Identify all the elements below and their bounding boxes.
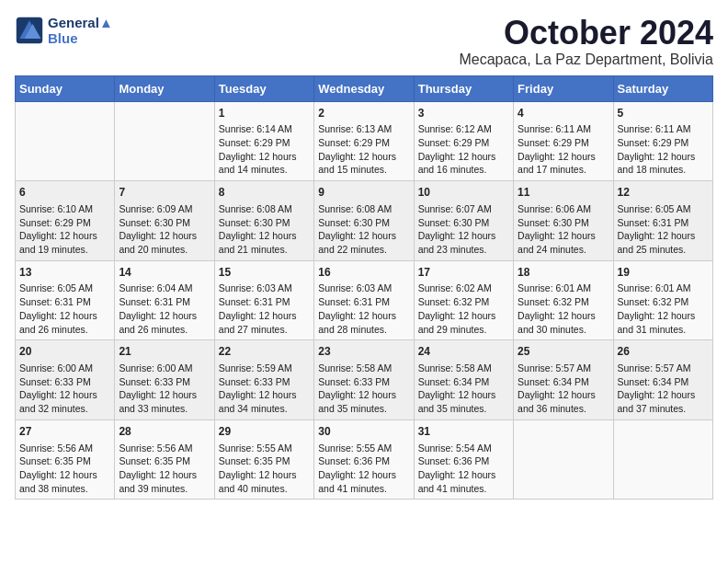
day-info: Sunrise: 6:04 AM Sunset: 6:31 PM Dayligh…	[119, 282, 210, 336]
calendar-day-cell: 13Sunrise: 6:05 AM Sunset: 6:31 PM Dayli…	[16, 260, 115, 340]
day-number: 6	[19, 185, 110, 201]
calendar-day-cell: 17Sunrise: 6:02 AM Sunset: 6:32 PM Dayli…	[414, 260, 513, 340]
day-info: Sunrise: 6:03 AM Sunset: 6:31 PM Dayligh…	[318, 282, 409, 336]
day-info: Sunrise: 5:56 AM Sunset: 6:35 PM Dayligh…	[19, 442, 110, 496]
calendar-day-cell: 2Sunrise: 6:13 AM Sunset: 6:29 PM Daylig…	[314, 101, 414, 181]
calendar-day-cell: 29Sunrise: 5:55 AM Sunset: 6:35 PM Dayli…	[214, 419, 313, 500]
day-number: 13	[19, 265, 110, 281]
day-number: 9	[318, 185, 409, 201]
calendar-day-cell: 18Sunrise: 6:01 AM Sunset: 6:32 PM Dayli…	[514, 260, 613, 340]
calendar-week-row: 20Sunrise: 6:00 AM Sunset: 6:33 PM Dayli…	[16, 340, 713, 420]
calendar-table: SundayMondayTuesdayWednesdayThursdayFrid…	[15, 75, 713, 500]
day-info: Sunrise: 6:11 AM Sunset: 6:29 PM Dayligh…	[618, 122, 709, 177]
day-number: 5	[618, 106, 709, 121]
calendar-day-cell: 27Sunrise: 5:56 AM Sunset: 6:35 PM Dayli…	[16, 419, 115, 500]
day-info: Sunrise: 6:05 AM Sunset: 6:31 PM Dayligh…	[19, 282, 110, 336]
calendar-day-cell: 12Sunrise: 6:05 AM Sunset: 6:31 PM Dayli…	[613, 181, 712, 261]
day-info: Sunrise: 6:08 AM Sunset: 6:30 PM Dayligh…	[318, 202, 409, 257]
day-info: Sunrise: 5:57 AM Sunset: 6:34 PM Dayligh…	[518, 362, 609, 416]
calendar-day-cell: 22Sunrise: 5:59 AM Sunset: 6:33 PM Dayli…	[214, 340, 313, 420]
day-number: 28	[119, 424, 210, 440]
calendar-day-cell: 8Sunrise: 6:08 AM Sunset: 6:30 PM Daylig…	[214, 181, 313, 261]
page-header: General▲ Blue October 2024 Mecapaca, La …	[15, 15, 713, 68]
day-info: Sunrise: 5:54 AM Sunset: 6:36 PM Dayligh…	[418, 442, 509, 496]
day-number: 21	[119, 344, 210, 360]
day-info: Sunrise: 5:58 AM Sunset: 6:34 PM Dayligh…	[418, 362, 509, 416]
day-info: Sunrise: 5:55 AM Sunset: 6:36 PM Dayligh…	[318, 442, 409, 496]
calendar-day-cell	[514, 419, 613, 500]
calendar-day-cell: 31Sunrise: 5:54 AM Sunset: 6:36 PM Dayli…	[414, 419, 513, 500]
day-info: Sunrise: 6:02 AM Sunset: 6:32 PM Dayligh…	[418, 282, 509, 336]
day-info: Sunrise: 6:01 AM Sunset: 6:32 PM Dayligh…	[618, 282, 709, 336]
day-number: 19	[618, 265, 709, 281]
calendar-day-cell	[115, 101, 214, 181]
day-number: 3	[418, 106, 509, 121]
calendar-day-cell: 28Sunrise: 5:56 AM Sunset: 6:35 PM Dayli…	[115, 419, 214, 500]
day-info: Sunrise: 6:11 AM Sunset: 6:29 PM Dayligh…	[518, 122, 609, 177]
calendar-day-cell: 24Sunrise: 5:58 AM Sunset: 6:34 PM Dayli…	[414, 340, 513, 420]
calendar-day-cell: 25Sunrise: 5:57 AM Sunset: 6:34 PM Dayli…	[514, 340, 613, 420]
day-info: Sunrise: 5:56 AM Sunset: 6:35 PM Dayligh…	[119, 442, 210, 496]
day-info: Sunrise: 6:06 AM Sunset: 6:30 PM Dayligh…	[518, 202, 609, 257]
title-block: October 2024 Mecapaca, La Paz Department…	[459, 15, 713, 68]
calendar-day-cell: 26Sunrise: 5:57 AM Sunset: 6:34 PM Dayli…	[613, 340, 712, 420]
day-number: 31	[418, 424, 509, 440]
day-number: 20	[19, 344, 110, 360]
calendar-header-cell: Tuesday	[214, 75, 313, 101]
day-number: 29	[219, 424, 310, 440]
day-info: Sunrise: 6:03 AM Sunset: 6:31 PM Dayligh…	[219, 282, 310, 336]
calendar-day-cell: 21Sunrise: 6:00 AM Sunset: 6:33 PM Dayli…	[115, 340, 214, 420]
calendar-day-cell: 19Sunrise: 6:01 AM Sunset: 6:32 PM Dayli…	[613, 260, 712, 340]
day-number: 12	[618, 185, 709, 201]
day-info: Sunrise: 5:58 AM Sunset: 6:33 PM Dayligh…	[318, 362, 409, 416]
day-info: Sunrise: 6:14 AM Sunset: 6:29 PM Dayligh…	[219, 122, 310, 177]
day-number: 26	[618, 344, 709, 360]
logo: General▲ Blue	[15, 15, 113, 46]
day-number: 16	[318, 265, 409, 281]
day-number: 18	[518, 265, 609, 281]
day-number: 14	[119, 265, 210, 281]
calendar-week-row: 13Sunrise: 6:05 AM Sunset: 6:31 PM Dayli…	[16, 260, 713, 340]
calendar-body: 1Sunrise: 6:14 AM Sunset: 6:29 PM Daylig…	[16, 101, 713, 500]
day-info: Sunrise: 6:07 AM Sunset: 6:30 PM Dayligh…	[418, 202, 509, 257]
calendar-day-cell: 11Sunrise: 6:06 AM Sunset: 6:30 PM Dayli…	[514, 181, 613, 261]
day-info: Sunrise: 6:00 AM Sunset: 6:33 PM Dayligh…	[119, 362, 210, 416]
day-info: Sunrise: 5:55 AM Sunset: 6:35 PM Dayligh…	[219, 442, 310, 496]
day-number: 4	[518, 106, 609, 121]
day-number: 7	[119, 185, 210, 201]
day-number: 24	[418, 344, 509, 360]
day-number: 27	[19, 424, 110, 440]
day-info: Sunrise: 6:05 AM Sunset: 6:31 PM Dayligh…	[618, 202, 709, 257]
day-info: Sunrise: 6:01 AM Sunset: 6:32 PM Dayligh…	[518, 282, 609, 336]
calendar-week-row: 27Sunrise: 5:56 AM Sunset: 6:35 PM Dayli…	[16, 419, 713, 500]
day-number: 8	[219, 185, 310, 201]
calendar-header-cell: Sunday	[16, 75, 115, 101]
day-number: 25	[518, 344, 609, 360]
day-info: Sunrise: 6:00 AM Sunset: 6:33 PM Dayligh…	[19, 362, 110, 416]
calendar-header-cell: Monday	[115, 75, 214, 101]
calendar-day-cell: 1Sunrise: 6:14 AM Sunset: 6:29 PM Daylig…	[214, 101, 313, 181]
calendar-day-cell: 7Sunrise: 6:09 AM Sunset: 6:30 PM Daylig…	[115, 181, 214, 261]
calendar-header-cell: Wednesday	[314, 75, 414, 101]
day-number: 10	[418, 185, 509, 201]
calendar-day-cell: 16Sunrise: 6:03 AM Sunset: 6:31 PM Dayli…	[314, 260, 414, 340]
day-number: 11	[518, 185, 609, 201]
calendar-day-cell: 3Sunrise: 6:12 AM Sunset: 6:29 PM Daylig…	[414, 101, 513, 181]
calendar-header-row: SundayMondayTuesdayWednesdayThursdayFrid…	[16, 75, 713, 101]
calendar-day-cell: 20Sunrise: 6:00 AM Sunset: 6:33 PM Dayli…	[16, 340, 115, 420]
calendar-week-row: 6Sunrise: 6:10 AM Sunset: 6:29 PM Daylig…	[16, 181, 713, 261]
location-title: Mecapaca, La Paz Department, Bolivia	[459, 52, 713, 68]
calendar-day-cell	[16, 101, 115, 181]
calendar-day-cell	[613, 419, 712, 500]
day-info: Sunrise: 6:08 AM Sunset: 6:30 PM Dayligh…	[219, 202, 310, 257]
day-number: 30	[318, 424, 409, 440]
day-number: 17	[418, 265, 509, 281]
calendar-day-cell: 10Sunrise: 6:07 AM Sunset: 6:30 PM Dayli…	[414, 181, 513, 261]
day-info: Sunrise: 6:09 AM Sunset: 6:30 PM Dayligh…	[119, 202, 210, 257]
logo-icon	[15, 16, 44, 45]
month-title: October 2024	[459, 15, 713, 52]
calendar-day-cell: 5Sunrise: 6:11 AM Sunset: 6:29 PM Daylig…	[613, 101, 712, 181]
calendar-header-cell: Saturday	[613, 75, 712, 101]
day-number: 1	[219, 106, 310, 121]
calendar-header-cell: Thursday	[414, 75, 513, 101]
